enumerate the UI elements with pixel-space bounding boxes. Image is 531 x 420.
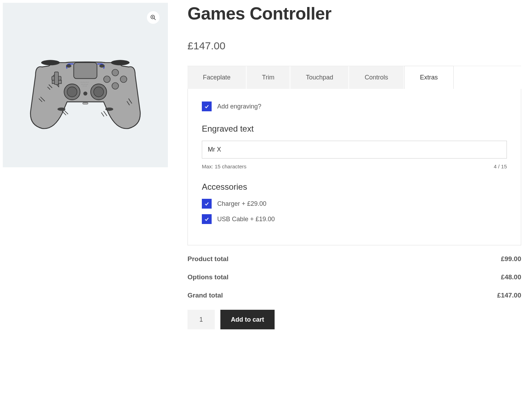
controller-image: • • • • • • • • • • • • • • • • • xyxy=(19,35,152,135)
char-counter: 4 / 15 xyxy=(494,163,507,169)
svg-point-18 xyxy=(83,91,87,95)
tab-trim[interactable]: Trim xyxy=(247,66,290,89)
svg-text:• • • • • • •: • • • • • • • xyxy=(81,81,89,83)
tab-panel-extras: Add engraving? Engraved text Max: 15 cha… xyxy=(187,89,521,245)
svg-text:• • • • • •: • • • • • • xyxy=(82,83,88,85)
accessory-usb-checkbox[interactable] xyxy=(202,214,212,224)
svg-point-17 xyxy=(94,87,104,97)
svg-point-5 xyxy=(111,60,129,65)
svg-point-10 xyxy=(112,69,119,76)
zoom-icon[interactable] xyxy=(147,11,160,24)
product-image-box: • • • • • • • • • • • • • • • • • xyxy=(3,3,168,167)
engraved-text-heading: Engraved text xyxy=(202,124,507,134)
svg-point-23 xyxy=(105,107,113,111)
check-icon xyxy=(204,201,210,206)
add-to-cart-button[interactable]: Add to cart xyxy=(220,310,275,329)
svg-rect-9 xyxy=(55,72,58,84)
options-total-value: £48.00 xyxy=(501,273,521,281)
check-icon xyxy=(204,104,210,109)
grand-total-value: £147.00 xyxy=(497,292,521,299)
accessory-usb-label: USB Cable + £19.00 xyxy=(217,216,275,223)
svg-text:• • • •: • • • • xyxy=(83,85,87,87)
check-icon xyxy=(204,216,210,222)
tab-faceplate[interactable]: Faceplate xyxy=(187,66,247,89)
svg-line-1 xyxy=(154,18,156,20)
engraving-checkbox-label: Add engraving? xyxy=(217,103,261,110)
quantity-input[interactable] xyxy=(187,310,215,329)
tab-extras[interactable]: Extras xyxy=(404,66,454,89)
grand-total-label: Grand total xyxy=(187,292,223,299)
accessories-heading: Accessories xyxy=(202,182,507,192)
svg-point-21 xyxy=(99,64,105,68)
product-price: £147.00 xyxy=(187,40,521,52)
max-chars-hint: Max: 15 characters xyxy=(202,163,247,169)
accessory-charger-checkbox[interactable] xyxy=(202,199,212,209)
svg-point-4 xyxy=(41,60,60,65)
product-title: Games Controller xyxy=(187,4,521,24)
svg-point-12 xyxy=(112,82,119,89)
engraved-text-input[interactable] xyxy=(202,141,507,159)
product-total-value: £99.00 xyxy=(501,255,521,263)
svg-rect-6 xyxy=(74,62,97,78)
svg-point-20 xyxy=(66,64,71,68)
accessory-charger-label: Charger + £29.00 xyxy=(217,200,267,208)
engraving-checkbox[interactable] xyxy=(202,102,212,111)
tab-touchpad[interactable]: Touchpad xyxy=(290,66,349,89)
options-total-label: Options total xyxy=(187,273,228,281)
product-total-label: Product total xyxy=(187,255,228,263)
tabs-bar: Faceplate Trim Touchpad Controls Extras xyxy=(187,66,521,89)
svg-point-15 xyxy=(67,87,77,97)
tab-controls[interactable]: Controls xyxy=(349,66,404,89)
svg-point-13 xyxy=(104,76,110,82)
svg-rect-19 xyxy=(83,102,88,104)
svg-point-11 xyxy=(120,76,127,82)
